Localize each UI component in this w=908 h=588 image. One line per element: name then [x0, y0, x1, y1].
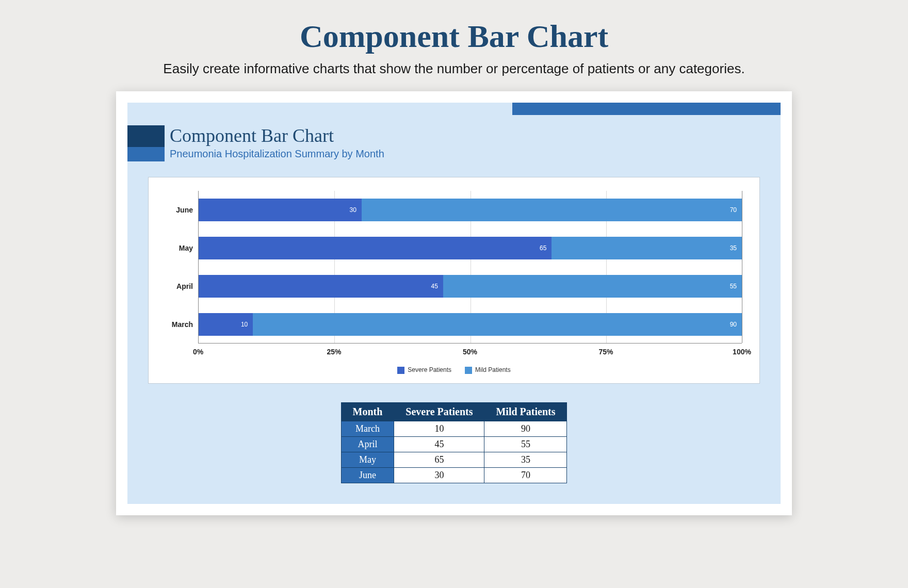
table-cell-month: March [341, 421, 394, 436]
x-tick: 75% [598, 348, 613, 356]
table-row: June 30 70 [341, 467, 567, 483]
x-tick: 25% [327, 348, 341, 356]
legend-label: Severe Patients [408, 366, 451, 373]
y-axis-labels: June May April March [166, 191, 198, 344]
bar-segment-mild: 35 [552, 237, 742, 259]
table-row: April 45 55 [341, 436, 567, 452]
bar-segment-mild: 90 [253, 313, 742, 336]
chart-panel: Component Bar Chart Pneumonia Hospitaliz… [127, 103, 781, 504]
table-cell-month: April [341, 436, 394, 452]
bar-segment-severe: 10 [199, 313, 253, 336]
table-header-row: Month Severe Patients Mild Patients [341, 402, 567, 421]
bar-row: 45 55 [199, 275, 742, 298]
bar-segment-mild: 55 [443, 275, 742, 298]
chart-container: June May April March 30 70 [148, 177, 760, 384]
legend-item-severe: Severe Patients [397, 366, 451, 374]
legend-item-mild: Mild Patients [465, 366, 511, 374]
bar-segment-mild: 70 [362, 199, 742, 221]
title-block-decoration [127, 125, 165, 161]
x-tick: 100% [733, 348, 751, 356]
bar-segment-severe: 45 [199, 275, 443, 298]
table-cell: 55 [484, 436, 567, 452]
bar-segment-severe: 65 [199, 237, 552, 259]
table-cell: 45 [394, 436, 484, 452]
table-header: Month [341, 402, 394, 421]
card-title: Component Bar Chart [170, 125, 384, 146]
table-cell-month: May [341, 452, 394, 467]
table-cell: 30 [394, 467, 484, 483]
bar-segment-severe: 30 [199, 199, 362, 221]
bar-row: 30 70 [199, 199, 742, 221]
x-tick: 50% [463, 348, 477, 356]
y-label: June [166, 191, 198, 229]
document-sheet: Component Bar Chart Pneumonia Hospitaliz… [116, 91, 792, 515]
legend-swatch-icon [465, 367, 472, 374]
legend-label: Mild Patients [475, 366, 511, 373]
y-label: May [166, 229, 198, 267]
chart-legend: Severe Patients Mild Patients [166, 366, 742, 374]
table-cell: 90 [484, 421, 567, 436]
plot-area: 30 70 65 35 45 55 10 90 [198, 191, 742, 344]
data-table: Month Severe Patients Mild Patients Marc… [341, 402, 568, 483]
table-cell: 35 [484, 452, 567, 467]
card-subtitle: Pneumonia Hospitalization Summary by Mon… [170, 148, 384, 160]
table-cell-month: June [341, 467, 394, 483]
x-tick: 0% [193, 348, 203, 356]
table-cell: 10 [394, 421, 484, 436]
y-label: March [166, 305, 198, 344]
y-label: April [166, 267, 198, 305]
table-header: Mild Patients [484, 402, 567, 421]
x-axis: 0% 25% 50% 75% 100% [198, 348, 742, 359]
table-row: March 10 90 [341, 421, 567, 436]
page-subtitle: Easily create informative charts that sh… [62, 61, 846, 77]
bar-row: 65 35 [199, 237, 742, 259]
table-row: May 65 35 [341, 452, 567, 467]
table-header: Severe Patients [394, 402, 484, 421]
table-cell: 65 [394, 452, 484, 467]
page-title: Component Bar Chart [62, 18, 846, 55]
legend-swatch-icon [397, 367, 404, 374]
bar-row: 10 90 [199, 313, 742, 336]
table-cell: 70 [484, 467, 567, 483]
accent-bar [512, 103, 781, 115]
